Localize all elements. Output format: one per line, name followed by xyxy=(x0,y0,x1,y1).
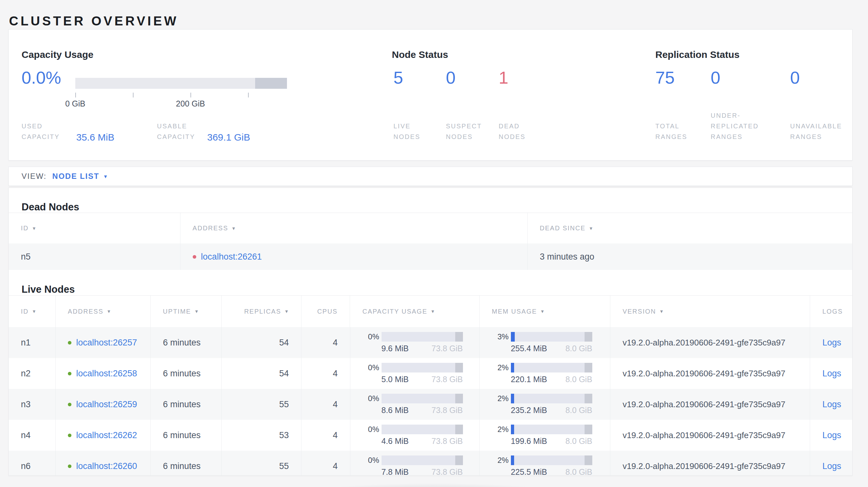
live-node-row: n3localhost:262596 minutes5540%8.6 MiB73… xyxy=(9,389,852,420)
total-value: 8.0 GiB xyxy=(565,344,592,353)
mem-usage-cell: 2%225.5 MiB8.0 GiB xyxy=(480,451,610,476)
column-header-uptime[interactable]: UPTIME▼ xyxy=(151,296,222,327)
bar-reserved-segment xyxy=(585,455,592,465)
usage-percent: 2% xyxy=(480,456,509,465)
bar-reserved-segment xyxy=(455,455,463,465)
node-address-link[interactable]: localhost:26259 xyxy=(76,399,137,410)
capacity-usage-cell: 0%8.6 MiB73.8 GiB xyxy=(350,389,480,420)
sort-desc-icon: ▼ xyxy=(659,309,664,314)
view-selector-bar: VIEW: NODE LIST ▼ xyxy=(8,167,852,186)
version-cell: v19.2.0-alpha.20190606-2491-gfe735c9a97 xyxy=(610,451,810,476)
mem-usage-bar xyxy=(511,394,592,403)
mem-usage-bar xyxy=(511,425,592,434)
column-header-label: CAPACITY USAGE xyxy=(362,308,427,315)
column-header-address[interactable]: ADDRESS▼ xyxy=(181,213,528,244)
version-cell: v19.2.0-alpha.20190606-2491-gfe735c9a97 xyxy=(610,327,810,358)
node-address-cell: localhost:26260 xyxy=(56,451,151,476)
capacity-usage-labels: 5.0 MiB73.8 GiB xyxy=(381,375,463,384)
node-id: n6 xyxy=(21,461,31,471)
bar-used-segment xyxy=(511,425,514,434)
mem-usage-bar-row: 2% xyxy=(480,363,592,372)
logs-link[interactable]: Logs xyxy=(822,430,841,441)
mem-usage-bar xyxy=(511,455,592,465)
mem-usage-bar xyxy=(511,363,592,372)
column-header-replicas[interactable]: REPLICAS▼ xyxy=(222,296,302,327)
mem-usage-cell: 3%255.4 MiB8.0 GiB xyxy=(480,327,610,358)
sort-desc-icon: ▼ xyxy=(107,309,111,314)
node-id-cell: n4 xyxy=(9,420,56,451)
live-node-row: n4localhost:262626 minutes5340%4.6 MiB73… xyxy=(9,420,852,451)
total-value: 8.0 GiB xyxy=(565,375,592,384)
used-value: 4.6 MiB xyxy=(381,436,409,446)
sort-desc-icon: ▼ xyxy=(194,309,199,314)
node-id-cell: n5 xyxy=(9,244,181,270)
capacity-usage-group: 0%9.6 MiB73.8 GiB xyxy=(350,332,463,353)
column-header-version[interactable]: VERSION▼ xyxy=(610,296,810,327)
usable-capacity-value: 369.1 GiB xyxy=(207,132,250,143)
logs-cell: Logs xyxy=(810,420,852,451)
column-header-address[interactable]: ADDRESS▼ xyxy=(56,296,151,327)
sort-desc-icon: ▼ xyxy=(430,309,435,314)
uptime-value: 6 minutes xyxy=(163,399,200,410)
replicas-value: 54 xyxy=(279,338,289,348)
usage-percent: 0% xyxy=(350,363,379,372)
bar-used-segment xyxy=(511,332,515,342)
replicas-cell: 55 xyxy=(222,451,302,476)
axis-tick xyxy=(248,93,249,97)
logs-link[interactable]: Logs xyxy=(822,338,841,348)
total-value: 73.8 GiB xyxy=(431,344,463,353)
node-address-link[interactable]: localhost:26262 xyxy=(76,430,137,441)
view-dropdown[interactable]: NODE LIST ▼ xyxy=(53,172,108,181)
capacity-usage-bar xyxy=(381,455,463,465)
column-header-id[interactable]: ID▼ xyxy=(9,213,181,244)
uptime-cell: 6 minutes xyxy=(151,358,222,389)
used-value: 8.6 MiB xyxy=(381,405,409,415)
logs-cell: Logs xyxy=(810,389,852,420)
node-status-heading: Node Status xyxy=(392,49,448,60)
mem-usage-labels: 199.6 MiB8.0 GiB xyxy=(511,436,592,446)
sort-desc-icon: ▼ xyxy=(231,226,236,231)
logs-link[interactable]: Logs xyxy=(822,399,841,410)
usage-percent: 0% xyxy=(350,394,379,403)
column-header-mem-usage[interactable]: MEM USAGE▼ xyxy=(480,296,610,327)
dead-node-row: n5localhost:262613 minutes ago xyxy=(9,244,852,270)
view-label: VIEW: xyxy=(22,172,46,181)
node-id-cell: n6 xyxy=(9,451,56,476)
logs-cell: Logs xyxy=(810,358,852,389)
usage-percent: 0% xyxy=(350,456,379,465)
usage-percent: 0% xyxy=(350,425,379,434)
bar-reserved-segment xyxy=(455,425,463,434)
node-id: n2 xyxy=(21,369,31,379)
usage-percent: 2% xyxy=(480,363,509,372)
cpus-cell: 4 xyxy=(302,358,350,389)
column-header-capacity-usage[interactable]: CAPACITY USAGE▼ xyxy=(350,296,479,327)
live-status-dot-icon xyxy=(68,433,71,437)
used-value: 199.6 MiB xyxy=(511,436,547,446)
column-header-dead-since[interactable]: DEAD SINCE▼ xyxy=(528,213,852,244)
cluster-capacity-bar xyxy=(75,78,287,89)
logs-link[interactable]: Logs xyxy=(822,461,841,471)
total-value: 8.0 GiB xyxy=(565,405,592,415)
version-value: v19.2.0-alpha.20190606-2491-gfe735c9a97 xyxy=(623,461,785,471)
column-header-logs: LOGS xyxy=(810,296,852,327)
node-address-link[interactable]: localhost:26261 xyxy=(201,252,262,262)
dead-since-cell: 3 minutes ago xyxy=(528,244,852,270)
mem-usage-group: 2%235.2 MiB8.0 GiB xyxy=(480,394,592,415)
bar-reserved-segment xyxy=(585,394,592,403)
capacity-usage-cell: 0%9.6 MiB73.8 GiB xyxy=(350,327,480,358)
node-address-link[interactable]: localhost:26257 xyxy=(76,338,137,348)
capacity-usage-labels: 9.6 MiB73.8 GiB xyxy=(381,344,463,353)
cpus-cell: 4 xyxy=(302,420,350,451)
replication-status-heading: Replication Status xyxy=(655,49,740,60)
live-status-dot-icon xyxy=(68,341,71,345)
node-address-link[interactable]: localhost:26258 xyxy=(76,369,137,379)
column-header-label: ADDRESS xyxy=(193,225,228,232)
used-value: 7.8 MiB xyxy=(381,467,409,476)
column-header-label: ADDRESS xyxy=(68,308,103,315)
live-status-dot-icon xyxy=(68,464,71,468)
logs-link[interactable]: Logs xyxy=(822,369,841,379)
node-address-link[interactable]: localhost:26260 xyxy=(76,461,137,471)
replicas-value: 55 xyxy=(279,399,289,410)
capacity-usage-bar-row: 0% xyxy=(350,455,463,465)
column-header-id[interactable]: ID▼ xyxy=(9,296,56,327)
